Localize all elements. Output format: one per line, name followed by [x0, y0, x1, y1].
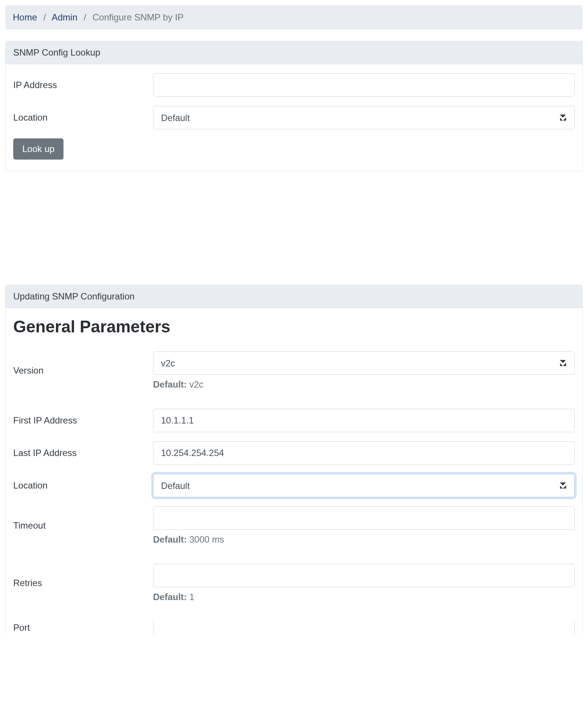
- update-location-select[interactable]: Default: [153, 474, 575, 497]
- timeout-default-help: Default: 3000 ms: [153, 534, 575, 545]
- snmp-update-card-header: Updating SNMP Configuration: [6, 285, 582, 308]
- ip-address-input[interactable]: [153, 73, 575, 97]
- version-default-help: Default: v2c: [153, 379, 575, 390]
- breadcrumb-sep: /: [43, 12, 46, 22]
- retries-default-value: 1: [189, 592, 194, 602]
- version-select[interactable]: v2c: [153, 351, 575, 375]
- version-label: Version: [13, 365, 153, 376]
- timeout-input[interactable]: [153, 506, 575, 530]
- version-default-value: v2c: [189, 379, 203, 389]
- breadcrumb-current: Configure SNMP by IP: [93, 12, 184, 22]
- last-ip-input[interactable]: [153, 441, 575, 465]
- location-select[interactable]: Default: [153, 106, 575, 129]
- lookup-button[interactable]: Look up: [13, 138, 63, 160]
- port-label: Port: [13, 622, 153, 633]
- timeout-default-prefix: Default:: [153, 534, 187, 544]
- snmp-lookup-card-header: SNMP Config Lookup: [6, 41, 582, 64]
- breadcrumb: Home / Admin / Configure SNMP by IP: [5, 5, 583, 29]
- retries-label: Retries: [13, 578, 153, 588]
- version-default-prefix: Default:: [153, 379, 187, 389]
- breadcrumb-sep: /: [84, 12, 86, 22]
- retries-input[interactable]: [153, 564, 575, 587]
- port-input[interactable]: [153, 621, 575, 634]
- ip-address-label: IP Address: [13, 80, 153, 90]
- location-label: Location: [13, 112, 153, 123]
- timeout-default-value: 3000 ms: [189, 534, 224, 544]
- first-ip-input[interactable]: [153, 409, 575, 432]
- general-parameters-heading: General Parameters: [13, 317, 575, 336]
- first-ip-label: First IP Address: [13, 415, 153, 426]
- breadcrumb-admin-link[interactable]: Admin: [52, 12, 77, 22]
- retries-default-help: Default: 1: [153, 592, 575, 602]
- snmp-update-card: Updating SNMP Configuration General Para…: [5, 285, 583, 634]
- timeout-label: Timeout: [13, 520, 153, 531]
- last-ip-label: Last IP Address: [13, 448, 153, 458]
- update-location-label: Location: [13, 480, 153, 491]
- retries-default-prefix: Default:: [153, 592, 187, 602]
- snmp-lookup-card: SNMP Config Lookup IP Address Location D…: [5, 41, 583, 171]
- breadcrumb-home-link[interactable]: Home: [13, 12, 37, 22]
